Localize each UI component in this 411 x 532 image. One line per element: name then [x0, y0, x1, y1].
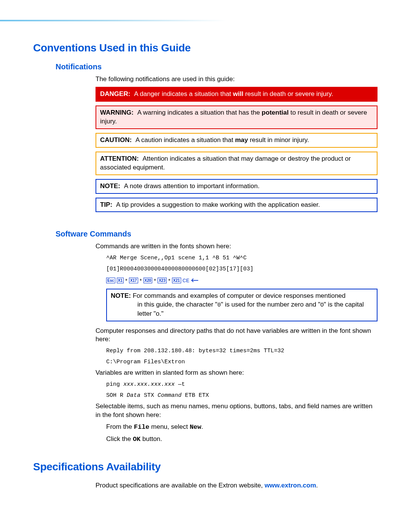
note2-mid: " is used for the number zero and ": [221, 301, 320, 308]
specs-body: Product specifications are available on …: [96, 481, 378, 490]
caution-text-pre: A caution indicates a situation that: [135, 136, 235, 144]
notifications-intro: The following notifications are used in …: [96, 75, 378, 84]
heading-conventions: Conventions Used in this Guide: [33, 42, 378, 54]
heading-specifications: Specifications Availability: [33, 461, 378, 473]
command-line-2: [01]R000400300004000080000600[02]35[17][…: [106, 265, 378, 274]
star-icon: *: [140, 277, 142, 284]
warning-label: WARNING:: [100, 109, 134, 116]
attention-label: ATTENTION:: [100, 155, 139, 162]
key-x21: X21: [172, 278, 181, 283]
star-icon: *: [168, 277, 170, 284]
caution-text-bold: may: [235, 136, 248, 144]
warning-text-pre: A warning indicates a situation that has…: [137, 109, 262, 116]
tip-callout: TIP: A tip provides a suggestion to make…: [96, 198, 378, 212]
selectable-example-1: From the File menu, select New.: [106, 423, 378, 432]
extron-link[interactable]: www.extron.com: [264, 482, 316, 489]
tip-text: A tip provides a suggestion to make work…: [116, 201, 320, 208]
danger-text-pre: A danger indicates a situation that: [134, 90, 233, 97]
response-line-2: C:\Program Files\Extron: [106, 358, 378, 367]
key-x20: X20: [143, 278, 153, 283]
caution-text-post: result in minor injury.: [248, 136, 309, 144]
star-icon: *: [154, 277, 156, 284]
note-callout: NOTE: A note draws attention to importan…: [96, 179, 378, 194]
variables-intro: Variables are written in slanted form as…: [96, 369, 378, 377]
response-line-1: Reply from 208.132.180.48: bytes=32 time…: [106, 347, 378, 356]
selectable-example-2: Click the OK button.: [106, 435, 378, 444]
caution-callout: CAUTION: A caution indicates a situation…: [96, 133, 378, 148]
danger-text-bold: will: [233, 90, 243, 97]
command-line-1: ^AR Merge Scene,,Op1 scene 1,1 ^B 51 ^W^…: [106, 254, 378, 263]
note2-label: NOTE:: [111, 292, 131, 299]
tip-label: TIP:: [100, 201, 112, 208]
star-icon: *: [125, 277, 127, 284]
responses-intro: Computer responses and directory paths t…: [96, 327, 378, 344]
key-ce: CE: [183, 278, 190, 283]
note2-pre: in this guide, the character ": [137, 301, 217, 308]
page-top-bar: [0, 20, 411, 21]
danger-text-post: result in death or severe injury.: [243, 90, 333, 97]
note-zero-callout: NOTE: For commands and examples of compu…: [106, 289, 378, 321]
key-x17: X17: [129, 278, 138, 283]
note2-oh: O: [320, 302, 324, 308]
caution-label: CAUTION:: [100, 136, 132, 144]
attention-callout: ATTENTION: Attention indicates a situati…: [96, 152, 378, 175]
software-body: Commands are written in the fonts shown …: [96, 242, 378, 444]
key-sequence: Esc X1 * X17 * X20 * X23 * X21 CE 🡐: [106, 276, 378, 284]
warning-text-bold: potential: [262, 109, 289, 116]
danger-label: DANGER:: [100, 90, 130, 97]
heading-software-commands: Software Commands: [56, 230, 378, 238]
commands-intro: Commands are written in the fonts shown …: [96, 242, 378, 251]
selectable-intro: Selectable items, such as menu names, me…: [96, 402, 378, 420]
note-label: NOTE:: [100, 182, 120, 190]
note-text: A note draws attention to important info…: [124, 182, 260, 190]
key-x1: X1: [117, 278, 124, 283]
key-esc: Esc: [106, 278, 115, 283]
note2-zero: 0: [217, 302, 221, 308]
arrow-left-icon: 🡐: [191, 276, 199, 284]
notifications-body: The following notifications are used in …: [96, 75, 378, 212]
danger-callout: DANGER: A danger indicates a situation t…: [96, 87, 378, 102]
specs-text: Product specifications are available on …: [96, 481, 378, 490]
variable-line-1: ping xxx.xxx.xxx.xxx —t: [106, 380, 378, 389]
document-page: Conventions Used in this Guide Notificat…: [33, 42, 378, 493]
variable-line-2: SOH R Data STX Command ETB ETX: [106, 391, 378, 400]
heading-notifications: Notifications: [56, 62, 378, 71]
note2-line1: For commands and examples of computer or…: [133, 292, 346, 299]
key-x23: X23: [158, 278, 167, 283]
warning-callout: WARNING: A warning indicates a situation…: [96, 105, 378, 129]
